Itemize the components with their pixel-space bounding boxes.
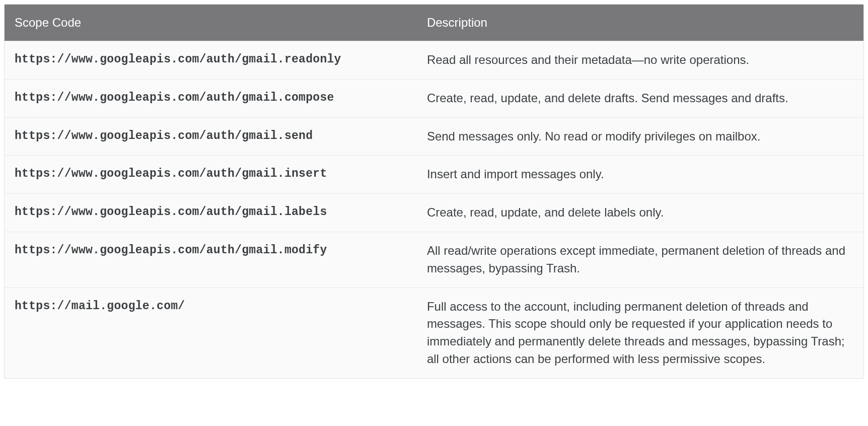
- description-cell: Read all resources and their metadata—no…: [417, 41, 863, 80]
- table-row: https://www.googleapis.com/auth/gmail.in…: [5, 156, 863, 194]
- scopes-table-wrapper: Scope Code Description https://www.googl…: [4, 4, 864, 379]
- scope-code-cell: https://www.googleapis.com/auth/gmail.la…: [5, 194, 417, 232]
- scope-code-cell: https://www.googleapis.com/auth/gmail.mo…: [5, 232, 417, 288]
- description-cell: All read/write operations except immedia…: [417, 232, 863, 288]
- table-row: https://www.googleapis.com/auth/gmail.mo…: [5, 232, 863, 288]
- description-cell: Create, read, update, and delete labels …: [417, 194, 863, 232]
- description-cell: Send messages only. No read or modify pr…: [417, 117, 863, 156]
- table-row: https://www.googleapis.com/auth/gmail.se…: [5, 117, 863, 156]
- description-cell: Create, read, update, and delete drafts.…: [417, 79, 863, 117]
- header-description: Description: [417, 5, 863, 41]
- header-scope-code: Scope Code: [5, 5, 417, 41]
- table-row: https://mail.google.com/ Full access to …: [5, 288, 863, 378]
- scopes-table: Scope Code Description https://www.googl…: [5, 5, 863, 378]
- scope-code-cell: https://mail.google.com/: [5, 288, 417, 378]
- scope-code-cell: https://www.googleapis.com/auth/gmail.re…: [5, 41, 417, 80]
- table-body: https://www.googleapis.com/auth/gmail.re…: [5, 41, 863, 378]
- table-row: https://www.googleapis.com/auth/gmail.la…: [5, 194, 863, 232]
- header-row: Scope Code Description: [5, 5, 863, 41]
- scope-code-cell: https://www.googleapis.com/auth/gmail.se…: [5, 117, 417, 156]
- table-header: Scope Code Description: [5, 5, 863, 41]
- description-cell: Insert and import messages only.: [417, 156, 863, 194]
- table-row: https://www.googleapis.com/auth/gmail.co…: [5, 79, 863, 117]
- scope-code-cell: https://www.googleapis.com/auth/gmail.in…: [5, 156, 417, 194]
- table-row: https://www.googleapis.com/auth/gmail.re…: [5, 41, 863, 80]
- description-cell: Full access to the account, including pe…: [417, 288, 863, 378]
- scope-code-cell: https://www.googleapis.com/auth/gmail.co…: [5, 79, 417, 117]
